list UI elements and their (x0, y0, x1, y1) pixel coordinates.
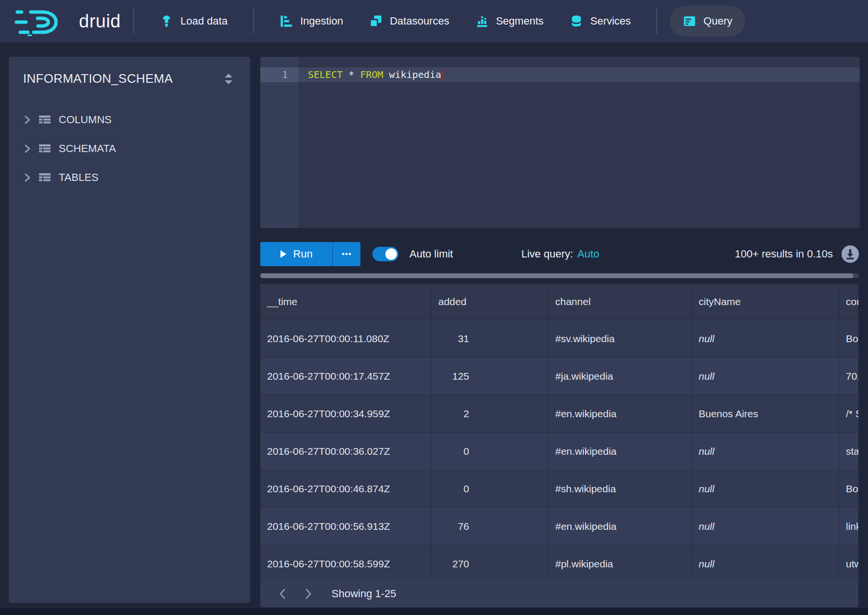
auto-limit-toggle[interactable] (372, 247, 398, 261)
table-hscroll-track (260, 273, 859, 278)
table-cell[interactable]: null (692, 320, 839, 357)
auto-limit-label[interactable]: Auto limit (409, 248, 453, 260)
table-cell[interactable]: #en.wikipedia (549, 395, 692, 432)
brand-name: druid (79, 11, 121, 32)
column-header-cityname[interactable]: cityName (692, 284, 839, 320)
table-cell[interactable]: 2016-06-27T00:00:17.457Z (260, 358, 432, 395)
sql-keyword: FROM (360, 69, 383, 80)
table-cell[interactable]: 76 (432, 508, 549, 545)
nav-item-label: Services (590, 15, 631, 27)
table-cell[interactable]: started section (839, 433, 858, 470)
table-icon (39, 115, 51, 125)
bottom-edge (0, 608, 868, 615)
table-cell[interactable]: 2016-06-27T00:00:36.027Z (260, 433, 432, 470)
druid-logo-icon (14, 6, 73, 36)
download-results-button[interactable] (841, 245, 859, 263)
table-icon (39, 144, 51, 154)
table-cell[interactable]: 125 (432, 358, 549, 395)
column-header-added[interactable]: added (432, 284, 549, 320)
nav-item-ingestion[interactable]: Ingestion (267, 6, 356, 37)
run-button-label: Run (293, 248, 312, 260)
table-cell[interactable]: 2016-06-27T00:00:58.599Z (260, 545, 432, 582)
table-cell[interactable]: null (692, 470, 839, 507)
table-cell[interactable]: Buenos Aires (692, 395, 839, 432)
schema-explorer-panel: INFORMATION_SCHEMA COLUMNS (9, 57, 250, 603)
table-cell[interactable]: 0 (432, 433, 549, 470)
nav-item-datasources[interactable]: Datasources (356, 6, 462, 37)
pagination-status: Showing 1-25 (332, 588, 396, 600)
nav-item-load-data[interactable]: Load data (147, 6, 241, 37)
ellipsis-icon: ••• (342, 249, 352, 259)
nav-item-label: Query (703, 15, 732, 27)
druid-logo[interactable]: druid (14, 6, 121, 36)
tree-item-label: COLUMNS (59, 114, 112, 126)
table-cell[interactable]: links (839, 508, 858, 545)
table-cell[interactable]: 70.29.98.235 (839, 358, 858, 395)
table-cell[interactable]: 0 (432, 470, 549, 507)
table-cell[interactable]: 270 (432, 545, 549, 582)
table-header-row: __timeaddedchannelcityNamecomment (260, 284, 858, 320)
sort-toggle-icon[interactable] (223, 73, 234, 85)
table-cell[interactable]: 2016-06-27T00:00:46.874Z (260, 470, 432, 507)
table-cell[interactable]: #ja.wikipedia (549, 358, 692, 395)
editor-gutter (260, 57, 298, 228)
prev-page-button[interactable] (273, 584, 292, 603)
tree-item-schemata[interactable]: SCHEMATA (9, 134, 250, 163)
run-button[interactable]: Run (260, 242, 332, 266)
table-row: 2016-06-27T00:00:36.027Z0#en.wikipedianu… (260, 433, 858, 470)
table-cell[interactable]: #sh.wikipedia (549, 470, 692, 507)
table-body: 2016-06-27T00:00:11.080Z31#sv.wikipedian… (260, 320, 858, 583)
table-cell[interactable]: null (692, 358, 839, 395)
run-more-button[interactable]: ••• (333, 242, 360, 266)
stacked-squares-icon (369, 14, 383, 28)
table-cell[interactable]: null (692, 508, 839, 545)
nav-item-segments[interactable]: Segments (462, 6, 557, 37)
table-cell[interactable]: Bot: Automatska zamjena teksta (839, 470, 858, 507)
upload-icon (160, 14, 173, 28)
schema-title: INFORMATION_SCHEMA (23, 71, 173, 86)
nav-item-services[interactable]: Services (557, 6, 644, 37)
live-query: Live query:Auto (521, 248, 599, 260)
table-cell[interactable]: #pl.wikipedia (549, 545, 692, 582)
table-row: 2016-06-27T00:00:58.599Z270#pl.wikipedia… (260, 545, 858, 583)
table-hscroll-thumb[interactable] (260, 273, 854, 278)
live-query-label: Live query: (521, 248, 573, 260)
nav-divider (133, 9, 134, 34)
table-cell[interactable]: Botskapande Indonesien omdirigering (839, 320, 858, 357)
play-icon (280, 250, 287, 258)
column-header-comment[interactable]: comment (839, 284, 858, 320)
table-cell[interactable]: null (692, 545, 839, 582)
tree-item-label: SCHEMATA (59, 142, 116, 155)
column-header-time[interactable]: __time (260, 284, 432, 320)
chevron-right-icon (24, 115, 31, 125)
pagination-bar: Showing 1-25 (260, 580, 858, 607)
sql-keyword: SELECT (308, 69, 343, 80)
table-cell[interactable]: 2 (432, 395, 549, 432)
table-cell[interactable]: #en.wikipedia (549, 433, 692, 470)
table-cell[interactable]: 31 (432, 320, 549, 357)
nav-divider (656, 9, 657, 34)
top-nav: druid Load data Ingestion (0, 0, 868, 42)
sql-code-line[interactable]: SELECT * FROM wikipedia (308, 67, 443, 82)
table-cell[interactable]: /* Status of peremptory norms */ (839, 395, 858, 432)
table-cell[interactable]: utworzenie artykułu (839, 545, 858, 582)
nav-item-query[interactable]: Query (670, 6, 745, 37)
table-row: 2016-06-27T00:00:17.457Z125#ja.wikipedia… (260, 358, 858, 395)
run-split-button: Run ••• (260, 242, 360, 266)
live-query-value[interactable]: Auto (577, 248, 599, 260)
chevron-right-icon (24, 144, 31, 154)
sql-identifier: wikipedia (389, 69, 441, 80)
tree-item-tables[interactable]: TABLES (9, 163, 250, 192)
table-cell[interactable]: 2016-06-27T00:00:34.959Z (260, 395, 432, 432)
table-cell[interactable]: 2016-06-27T00:00:56.913Z (260, 508, 432, 545)
table-cell[interactable]: #en.wikipedia (549, 508, 692, 545)
table-cell[interactable]: null (692, 433, 839, 470)
table-cell[interactable]: 2016-06-27T00:00:11.080Z (260, 320, 432, 357)
tree-item-columns[interactable]: COLUMNS (9, 105, 250, 134)
next-page-button[interactable] (299, 584, 318, 603)
query-results-panel: __timeaddedchannelcityNamecomment 2016-0… (260, 284, 858, 607)
column-header-channel[interactable]: channel (549, 284, 692, 320)
table-row: 2016-06-27T00:00:34.959Z2#en.wikipediaBu… (260, 395, 858, 433)
table-cell[interactable]: #sv.wikipedia (549, 320, 692, 357)
sql-editor[interactable]: 1 SELECT * FROM wikipedia (260, 57, 860, 228)
